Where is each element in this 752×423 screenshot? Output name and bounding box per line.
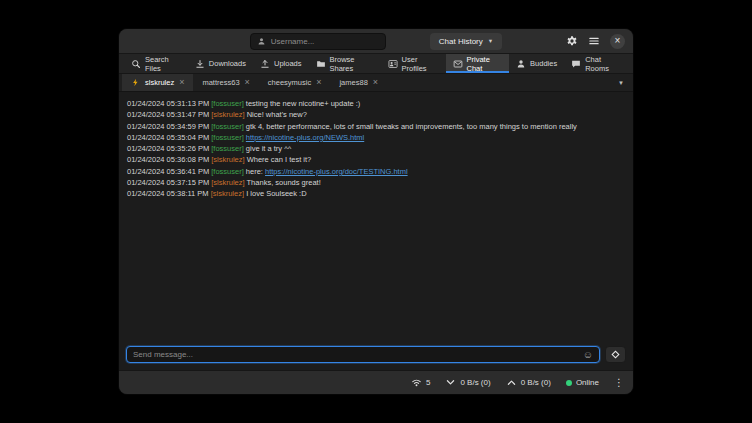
chat-tab-label: mattress63 bbox=[202, 78, 239, 87]
close-tab-icon[interactable]: × bbox=[179, 78, 184, 87]
chat-message: 01/24/2024 05:31:47 PM [slskrulez] Nice!… bbox=[127, 109, 625, 120]
message-input[interactable]: Send message... ☺ bbox=[126, 346, 600, 363]
message-text: Thanks, sounds great! bbox=[247, 178, 321, 187]
tab-chat-rooms[interactable]: Chat Rooms bbox=[564, 54, 628, 73]
message-text: give it a try ^^ bbox=[246, 144, 291, 153]
chat-tabs: slskrulez×mattress63×cheesymusic×james88… bbox=[122, 74, 609, 91]
chat-message: 01/24/2024 05:36:41 PM [fossuser] here: … bbox=[127, 166, 625, 177]
mail-icon bbox=[453, 59, 463, 69]
username-placeholder: Username... bbox=[271, 37, 315, 46]
tab-browse-shares[interactable]: Browse Shares bbox=[309, 54, 381, 73]
chat-history-label: Chat History bbox=[439, 37, 483, 46]
close-tab-icon[interactable]: × bbox=[245, 78, 250, 87]
message-link[interactable]: https://nicotine-plus.org/doc/TESTING.ht… bbox=[265, 167, 408, 176]
message-placeholder: Send message... bbox=[133, 350, 583, 359]
chat-commands-button[interactable] bbox=[605, 346, 626, 363]
message-text: Where can I test it? bbox=[247, 155, 312, 164]
tab-label: Browse Shares bbox=[330, 55, 374, 73]
chat-message: 01/24/2024 05:31:13 PM [fossuser] testin… bbox=[127, 98, 625, 109]
message-timestamp: 01/24/2024 05:31:13 PM bbox=[127, 99, 211, 108]
message-timestamp: 01/24/2024 05:34:59 PM bbox=[127, 122, 211, 131]
chat-icon bbox=[571, 59, 581, 69]
person-card-icon bbox=[388, 59, 398, 69]
tab-search-files[interactable]: Search Files bbox=[124, 54, 188, 73]
statusbar: 5 0 B/s (0) 0 B/s (0) Online ⋮ bbox=[119, 370, 633, 394]
message-username: [slskrulez] bbox=[211, 178, 244, 187]
message-timestamp: 01/24/2024 05:36:08 PM bbox=[127, 155, 211, 164]
message-timestamp: 01/24/2024 05:36:41 PM bbox=[127, 167, 211, 176]
message-timestamp: 01/24/2024 05:31:47 PM bbox=[127, 110, 211, 119]
gear-icon[interactable] bbox=[566, 35, 578, 47]
connections-status[interactable]: 5 bbox=[411, 377, 430, 388]
hilight-icon bbox=[131, 78, 140, 87]
chat-message: 01/24/2024 05:36:08 PM [slskrulez] Where… bbox=[127, 154, 625, 165]
chevron-down-icon bbox=[445, 377, 456, 388]
message-text: I love Soulseek :D bbox=[246, 189, 306, 198]
message-username: [fossuser] bbox=[211, 144, 244, 153]
message-timestamp: 01/24/2024 05:35:04 PM bbox=[127, 133, 211, 142]
tab-user-profiles[interactable]: User Profiles bbox=[381, 54, 446, 73]
chat-message: 01/24/2024 05:35:04 PM [fossuser] https:… bbox=[127, 132, 625, 143]
chat-message: 01/24/2024 05:35:26 PM [fossuser] give i… bbox=[127, 143, 625, 154]
folder-icon bbox=[316, 59, 326, 69]
close-icon[interactable]: × bbox=[610, 34, 625, 49]
chat-tab-label: cheesymusic bbox=[268, 78, 311, 87]
message-username: [slskrulez] bbox=[211, 155, 244, 164]
app-window: Username... Chat History ▼ × Search File… bbox=[118, 28, 634, 395]
chat-tab-cheesymusic[interactable]: cheesymusic× bbox=[259, 74, 331, 91]
message-input-row: Send message... ☺ bbox=[119, 342, 633, 370]
search-icon bbox=[131, 59, 141, 69]
chat-tab-mattress63[interactable]: mattress63× bbox=[193, 74, 258, 91]
wifi-icon bbox=[411, 377, 422, 388]
chat-tabbar: slskrulez×mattress63×cheesymusic×james88… bbox=[119, 74, 633, 92]
tab-label: Uploads bbox=[274, 59, 302, 68]
message-username: [fossuser] bbox=[211, 122, 244, 131]
menu-icon[interactable] bbox=[588, 35, 600, 47]
message-text: Nice! what's new? bbox=[247, 110, 307, 119]
download-rate: 0 B/s (0) bbox=[460, 378, 490, 387]
tab-label: Chat Rooms bbox=[585, 55, 621, 73]
close-tab-icon[interactable]: × bbox=[373, 78, 378, 87]
upload-rate: 0 B/s (0) bbox=[521, 378, 551, 387]
tab-label: Search Files bbox=[145, 55, 181, 73]
close-tab-icon[interactable]: × bbox=[316, 78, 321, 87]
tab-buddies[interactable]: Buddies bbox=[509, 54, 564, 73]
message-text: here: bbox=[246, 167, 265, 176]
message-link[interactable]: https://nicotine-plus.org/NEWS.html bbox=[246, 133, 364, 142]
chat-history-button[interactable]: Chat History ▼ bbox=[430, 33, 502, 50]
message-username: [fossuser] bbox=[211, 167, 244, 176]
upload-icon bbox=[260, 59, 270, 69]
username-input[interactable]: Username... bbox=[250, 33, 386, 50]
message-timestamp: 01/24/2024 05:37:15 PM bbox=[127, 178, 211, 187]
headerbar-actions: × bbox=[566, 29, 625, 53]
online-label: Online bbox=[576, 378, 599, 387]
chat-message: 01/24/2024 05:34:59 PM [fossuser] gtk 4,… bbox=[127, 121, 625, 132]
tab-uploads[interactable]: Uploads bbox=[253, 54, 309, 73]
message-username: [slskrulez] bbox=[211, 110, 244, 119]
message-username: [fossuser] bbox=[211, 133, 244, 142]
person-icon bbox=[257, 37, 266, 46]
diamond-icon bbox=[610, 349, 621, 360]
tab-label: User Profiles bbox=[402, 55, 439, 73]
message-username: [slskrulez] bbox=[211, 189, 244, 198]
emoji-icon[interactable]: ☺ bbox=[583, 350, 593, 360]
message-username: [fossuser] bbox=[211, 99, 244, 108]
kebab-menu-icon[interactable]: ⋮ bbox=[614, 377, 624, 388]
chat-tab-slskrulez[interactable]: slskrulez× bbox=[122, 74, 193, 91]
headerbar: Username... Chat History ▼ × bbox=[119, 29, 633, 54]
download-status[interactable]: 0 B/s (0) bbox=[445, 377, 490, 388]
tab-downloads[interactable]: Downloads bbox=[188, 54, 253, 73]
upload-status[interactable]: 0 B/s (0) bbox=[506, 377, 551, 388]
tab-label: Buddies bbox=[530, 59, 557, 68]
online-status[interactable]: Online bbox=[566, 378, 599, 387]
chat-tab-label: james88 bbox=[339, 78, 367, 87]
message-list: 01/24/2024 05:31:13 PM [fossuser] testin… bbox=[119, 92, 633, 342]
tab-label: Private Chat bbox=[467, 55, 503, 73]
chat-area: 01/24/2024 05:31:13 PM [fossuser] testin… bbox=[119, 92, 633, 370]
main-toolbar: Search FilesDownloadsUploadsBrowse Share… bbox=[119, 54, 633, 74]
chat-tab-james88[interactable]: james88× bbox=[330, 74, 387, 91]
chevron-up-icon bbox=[506, 377, 517, 388]
tab-list-dropdown-icon[interactable]: ▼ bbox=[609, 74, 633, 91]
tab-private-chat[interactable]: Private Chat bbox=[446, 54, 510, 73]
chat-tab-label: slskrulez bbox=[145, 78, 174, 87]
